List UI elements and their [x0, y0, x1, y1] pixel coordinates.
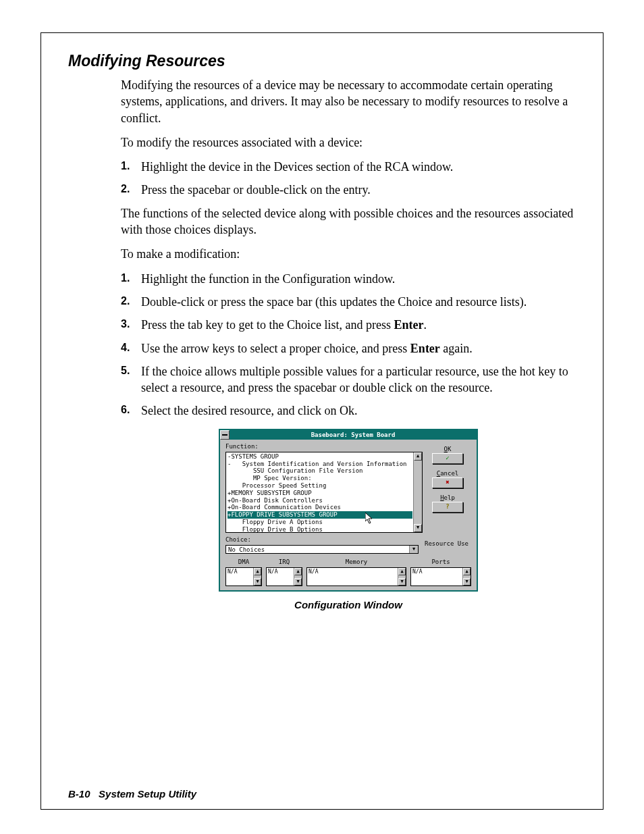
ports-label: Ports: [410, 558, 471, 566]
cancel-button-rest: ancel: [440, 470, 458, 477]
step-b4-bold: Enter: [410, 342, 440, 355]
list-item[interactable]: MP Spec Version:: [227, 475, 412, 482]
dropdown-icon[interactable]: ▼: [409, 546, 418, 553]
step-b3: 3. Press the tab key to get to the Choic…: [121, 317, 576, 333]
step-b6-text: Select the desired resource, and click o…: [141, 404, 357, 417]
checkmark-icon: ✓: [432, 453, 463, 464]
listbox-scrollbar[interactable]: ▲ ▼: [413, 452, 422, 532]
help-button-rest: elp: [444, 494, 455, 501]
resource-use-label: Resource Use: [419, 540, 471, 548]
cancel-button[interactable]: Cancel ✖: [432, 469, 463, 488]
ports-listbox[interactable]: N/A ▲▼: [410, 567, 471, 586]
figure-caption: Configuration Window: [121, 598, 576, 612]
config-window: Baseboard: System Board Function: -SYSTE…: [219, 429, 478, 592]
intro-paragraph-2: To modify the resources associated with …: [121, 134, 576, 151]
irq-value: N/A: [268, 569, 277, 575]
window-title: Baseboard: System Board: [230, 431, 477, 439]
step-b6: 6.Select the desired resource, and click…: [121, 402, 576, 419]
step-b3-pre: Press the tab key to get to the Choice l…: [141, 318, 394, 332]
step-b5-text: If the choice allows multiple possible v…: [141, 365, 568, 394]
memory-label: Memory: [306, 558, 406, 566]
function-label: Function:: [225, 442, 423, 450]
step-b5: 5.If the choice allows multiple possible…: [121, 363, 576, 396]
scroll-down-icon[interactable]: ▼: [414, 524, 422, 532]
intro-paragraph-3: The functions of the selected device alo…: [121, 205, 576, 238]
irq-label: IRQ: [266, 558, 302, 566]
irq-scrollbar[interactable]: ▲▼: [294, 568, 302, 585]
list-item[interactable]: - System Identification and Version Info…: [227, 461, 412, 468]
ports-value: N/A: [412, 569, 422, 575]
window-titlebar: Baseboard: System Board: [220, 430, 477, 440]
scroll-up-icon[interactable]: ▲: [414, 452, 422, 461]
choice-combobox[interactable]: No Choices ▼: [225, 545, 419, 554]
step-b2-text: Double-click or press the space bar (thi…: [141, 295, 527, 309]
function-listbox[interactable]: -SYSTEMS GROUP - System Identification a…: [225, 452, 423, 533]
page-footer: B-10 System Setup Utility: [68, 788, 196, 800]
step-b3-post: .: [423, 318, 427, 332]
step-a1-text: Highlight the device in the Devices sect…: [141, 160, 453, 174]
scroll-up-icon[interactable]: ▲: [398, 568, 406, 575]
scroll-up-icon[interactable]: ▲: [294, 568, 302, 575]
ok-button[interactable]: OK ✓: [432, 445, 463, 464]
steps-list-b: 1.Highlight the function in the Configur…: [121, 271, 576, 419]
list-item[interactable]: -SYSTEMS GROUP: [227, 453, 412, 461]
ok-button-hotkey: O: [444, 446, 448, 452]
step-b3-bold: Enter: [394, 318, 423, 332]
scroll-down-icon[interactable]: ▼: [398, 578, 406, 585]
step-b1: 1.Highlight the function in the Configur…: [121, 271, 576, 287]
dma-scrollbar[interactable]: ▲▼: [253, 568, 261, 585]
list-item-selected[interactable]: +FLOPPY DRIVE SUBSYSTEMS GROUP: [227, 511, 412, 519]
scroll-down-icon[interactable]: ▼: [463, 578, 471, 585]
memory-value: N/A: [308, 569, 318, 575]
step-b2: 2.Double-click or press the space bar (t…: [121, 294, 576, 310]
list-item[interactable]: Floppy Drive A Options: [227, 519, 412, 526]
step-b4: 4. Use the arrow keys to select a proper…: [121, 340, 576, 357]
choice-label: Choice:: [225, 536, 419, 544]
list-item[interactable]: +On-Board Disk Controllers: [227, 497, 412, 504]
help-button[interactable]: Help ?: [432, 494, 463, 513]
memory-listbox[interactable]: N/A ▲▼: [306, 567, 406, 586]
list-item[interactable]: Floppy Drive B Options: [227, 526, 412, 533]
step-b4-post: again.: [440, 342, 473, 355]
step-a2: 2.Press the spacebar or double-click on …: [121, 182, 576, 198]
ports-scrollbar[interactable]: ▲▼: [462, 568, 471, 585]
system-menu-icon[interactable]: [220, 430, 230, 440]
scroll-up-icon[interactable]: ▲: [463, 568, 471, 575]
scroll-up-icon[interactable]: ▲: [254, 568, 261, 575]
step-b1-text: Highlight the function in the Configurat…: [141, 272, 395, 286]
scroll-down-icon[interactable]: ▼: [254, 578, 261, 585]
dma-label: DMA: [225, 558, 262, 566]
page-number: B-10: [68, 788, 90, 800]
question-icon: ?: [432, 502, 463, 513]
steps-list-a: 1.Highlight the device in the Devices se…: [121, 159, 576, 199]
dma-listbox[interactable]: N/A ▲▼: [225, 567, 262, 586]
irq-listbox[interactable]: N/A ▲▼: [266, 567, 302, 586]
list-item[interactable]: SSU Configuration File Version: [227, 467, 412, 475]
choice-value: No Choices: [228, 546, 265, 553]
step-b4-pre: Use the arrow keys to select a proper ch…: [141, 342, 410, 355]
x-icon: ✖: [432, 477, 463, 488]
dma-value: N/A: [227, 569, 237, 575]
scroll-down-icon[interactable]: ▼: [294, 578, 302, 585]
intro-paragraph-1: Modifying the resources of a device may …: [121, 77, 576, 126]
step-a1: 1.Highlight the device in the Devices se…: [121, 159, 576, 175]
footer-title: System Setup Utility: [99, 788, 196, 800]
section-heading: Modifying Resources: [68, 52, 579, 70]
list-item[interactable]: +On-Board Communication Devices: [227, 504, 412, 511]
intro-paragraph-4: To make a modification:: [121, 246, 576, 262]
list-item[interactable]: Processor Speed Setting: [227, 482, 412, 490]
step-a2-text: Press the spacebar or double-click on th…: [141, 183, 371, 197]
memory-scrollbar[interactable]: ▲▼: [398, 568, 406, 585]
list-item[interactable]: +MEMORY SUBSYSTEM GROUP: [227, 490, 412, 497]
